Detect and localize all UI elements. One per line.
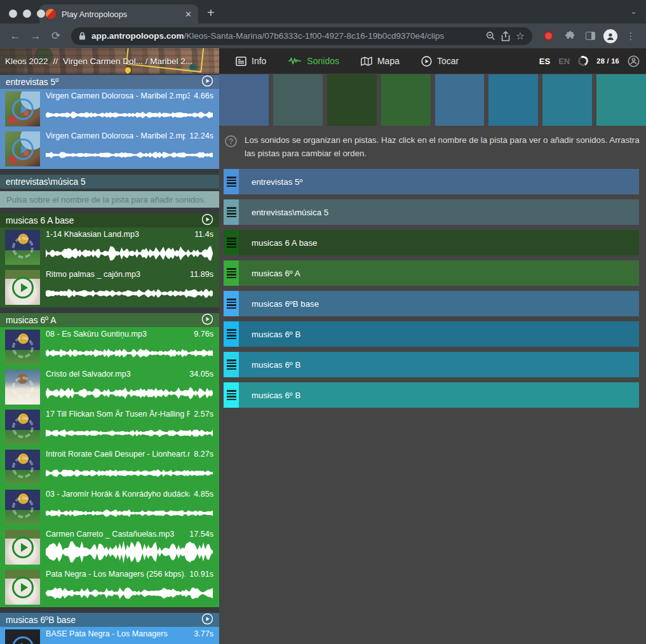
window-controls[interactable]: [9, 10, 45, 18]
clip-duration: 8.27s: [194, 450, 213, 459]
record-indicator-icon[interactable]: [544, 31, 553, 41]
split-view-icon[interactable]: [581, 32, 599, 40]
track-row-body[interactable]: musicas 6º B: [239, 382, 639, 408]
clip-body: 17 Till Flickan Som Är Tusen År-Halling …: [46, 410, 213, 445]
drag-handle[interactable]: [224, 169, 239, 194]
section-name[interactable]: entrevistas\música 5: [6, 177, 213, 187]
clip-duration: 2.57s: [194, 410, 213, 419]
tab-close-icon[interactable]: ✕: [185, 10, 192, 19]
track-row-body[interactable]: musicas 6º A: [239, 260, 639, 286]
track-color-strip: [219, 74, 646, 126]
clip-thumbnail: [5, 530, 40, 565]
zoom-window-icon[interactable]: [37, 10, 45, 18]
track-row[interactable]: musicas 6ºB base: [224, 291, 639, 316]
breadcrumb[interactable]: Kleos 2022 // Virgen Carmen Dol... / Mar…: [0, 48, 219, 74]
tab-sonidos[interactable]: Sonidos: [281, 52, 346, 70]
track-row-body[interactable]: musicas 6º B: [239, 352, 639, 377]
clip-item[interactable]: Virgen Carmen Dolorosa - Maribel 2.mp312…: [0, 129, 219, 169]
clip-item[interactable]: Introit Rorate Caeli Desuper - Lionheart…: [0, 447, 219, 487]
clip-item[interactable]: 03 - Jaromír Horák & Konrádyho dudácká .…: [0, 487, 219, 527]
browser-menu-icon[interactable]: ⋮: [622, 30, 640, 42]
breadcrumb-path[interactable]: Virgen Carmen Dol... / Maribel 2...: [63, 57, 192, 66]
section-play-icon[interactable]: [201, 75, 213, 89]
loading-ring-icon: [12, 377, 34, 398]
clip-waveform: [46, 581, 213, 605]
track-section-header[interactable]: entrevistas 5º: [0, 75, 219, 89]
track-row-body[interactable]: musicas 6ºB base: [239, 291, 639, 316]
track-row[interactable]: entrevistas\música 5: [224, 199, 639, 225]
lang-es-button[interactable]: ES: [539, 57, 550, 66]
help-question-icon: ?: [225, 135, 237, 147]
clip-item[interactable]: BASE Pata Negra - Los Managers3.77s: [0, 627, 219, 644]
section-play-icon[interactable]: [201, 313, 213, 327]
section-name[interactable]: musicas 6 A base: [6, 216, 201, 225]
section-gap: [0, 169, 219, 175]
clip-item[interactable]: Ritmo palmas _ cajón.mp311.89s: [0, 267, 219, 307]
tab-mapa[interactable]: Mapa: [354, 52, 406, 70]
track-row-body[interactable]: musicas 6 A base: [239, 230, 639, 255]
browser-tab[interactable]: Play Antropoloops ✕: [39, 4, 198, 23]
back-button[interactable]: ←: [6, 30, 24, 43]
loading-ring-icon: [12, 457, 34, 478]
track-name: musicas 6º A: [252, 269, 300, 278]
section-play-icon[interactable]: [201, 213, 213, 227]
drag-handle[interactable]: [224, 260, 239, 286]
clip-item[interactable]: 17 Till Flickan Som Är Tusen År-Halling …: [0, 407, 219, 447]
section-play-icon[interactable]: [201, 613, 213, 627]
drag-handle[interactable]: [224, 382, 239, 408]
track-section-header[interactable]: entrevistas\música 5: [0, 175, 219, 189]
track-section-header[interactable]: musicas 6 A base: [0, 213, 219, 227]
drag-handle[interactable]: [224, 321, 239, 347]
track-section-header[interactable]: musicas 6º A: [0, 313, 219, 327]
profile-avatar[interactable]: [602, 29, 619, 43]
drag-handle[interactable]: [224, 291, 239, 316]
track-row[interactable]: musicas 6º B: [224, 321, 639, 347]
lock-icon: [79, 32, 86, 40]
clip-item[interactable]: Pata Negra - Los Managers (256 kbps).mp3…: [0, 567, 219, 607]
clip-body: Introit Rorate Caeli Desuper - Lionheart…: [46, 450, 213, 485]
new-tab-button[interactable]: +: [207, 6, 215, 20]
clip-item[interactable]: 1-14 Khakasian Land.mp311.4s: [0, 227, 219, 267]
close-window-icon[interactable]: [9, 10, 17, 18]
track-row[interactable]: musicas 6º B: [224, 382, 639, 408]
track-row[interactable]: entrevistas 5º: [224, 169, 639, 194]
track-row-body[interactable]: entrevistas 5º: [239, 169, 639, 194]
minimize-window-icon[interactable]: [23, 10, 31, 18]
lang-en-button[interactable]: EN: [558, 57, 570, 66]
clip-item[interactable]: Carmen Carreto _ Castañuelas.mp317.54s: [0, 527, 219, 567]
address-bar[interactable]: app.antropoloops.com/Kleos-Santa-Marina/…: [71, 27, 532, 45]
clip-title-row: 1-14 Khakasian Land.mp311.4s: [46, 230, 213, 241]
breadcrumb-root[interactable]: Kleos 2022: [5, 57, 48, 66]
track-row[interactable]: musicas 6º A: [224, 260, 639, 286]
tab-tocar[interactable]: Tocar: [415, 52, 465, 70]
favicon-icon: [46, 9, 56, 19]
play-icon: [421, 56, 432, 67]
clip-duration: 9.76s: [194, 330, 213, 339]
extensions-icon[interactable]: [561, 30, 579, 41]
zoom-icon[interactable]: [486, 31, 495, 41]
track-row-body[interactable]: entrevistas\música 5: [239, 199, 639, 225]
forward-button[interactable]: →: [27, 30, 44, 43]
track-row-body[interactable]: musicas 6º B: [239, 321, 639, 347]
tab-info[interactable]: Info: [229, 52, 273, 70]
track-row[interactable]: musicas 6 A base: [224, 230, 639, 255]
clip-item[interactable]: Cristo del Salvador.mp334.05s: [0, 367, 219, 407]
reload-button[interactable]: ⟳: [47, 29, 65, 43]
clip-title-row: Introit Rorate Caeli Desuper - Lionheart…: [46, 450, 213, 461]
clip-item[interactable]: 08 - Es Sakūru Guntiņu.mp39.76s: [0, 327, 219, 367]
section-name[interactable]: entrevistas 5º: [6, 77, 201, 87]
tab-search-chevron-icon[interactable]: ⌄: [630, 6, 637, 16]
bookmark-star-icon[interactable]: ☆: [516, 30, 525, 42]
drag-handle[interactable]: [224, 199, 239, 225]
section-name[interactable]: musicas 6º A: [6, 316, 201, 325]
drag-handle[interactable]: [224, 230, 239, 255]
clip-name: Carmen Carreto _ Castañuelas.mp3: [46, 530, 185, 539]
account-icon[interactable]: [628, 55, 640, 67]
share-icon[interactable]: [501, 31, 510, 41]
tab-label: Sonidos: [307, 56, 339, 66]
clip-item[interactable]: Virgen Carmen Dolorosa - Maribel 2.mp34.…: [0, 89, 219, 129]
track-row[interactable]: musicas 6º B: [224, 352, 639, 377]
section-name[interactable]: musicas 6ºB base: [6, 615, 201, 625]
track-section-header[interactable]: musicas 6ºB base: [0, 613, 219, 627]
drag-handle[interactable]: [224, 352, 239, 377]
